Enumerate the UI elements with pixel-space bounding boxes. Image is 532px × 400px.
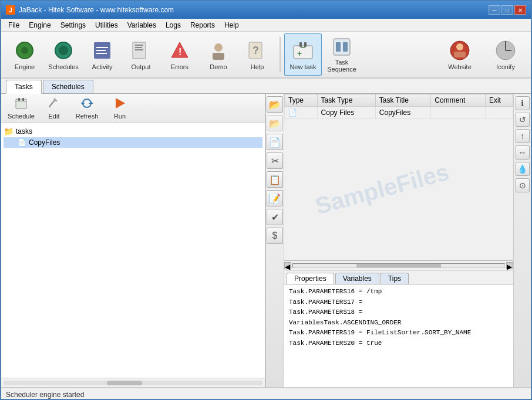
toolbar-btn-tasksequence[interactable]: Task Sequence (323, 33, 361, 76)
refresh-sub-icon (80, 97, 93, 112)
minimize-button[interactable]: ─ (489, 5, 500, 15)
props-line: Task.PARAMETERS19 = FileListSorter.SORT_… (289, 328, 509, 338)
horizontal-arrow-icon[interactable]: ↔ (516, 145, 530, 160)
check-icon[interactable]: ✔ (267, 209, 283, 225)
svg-line-38 (49, 107, 51, 109)
scroll-left-btn[interactable]: ◀ (284, 262, 291, 269)
sub-btn-edit[interactable]: Edit (39, 96, 69, 121)
tree-child-copyfiles[interactable]: 📄 CopyFiles (4, 137, 262, 148)
menu-item-reports[interactable]: Reports (186, 20, 220, 30)
props-tab-properties[interactable]: Properties (287, 273, 334, 284)
new-folder-icon[interactable]: 📂 (267, 115, 283, 131)
svg-rect-33 (18, 98, 20, 101)
help-label: Help (251, 63, 264, 70)
tasksequence-icon (330, 36, 353, 57)
drop-icon[interactable]: 💧 (516, 162, 530, 176)
toolbar-btn-newtask[interactable]: +New task (284, 33, 322, 76)
dollar-icon[interactable]: $ (267, 228, 283, 244)
svg-rect-9 (135, 45, 143, 46)
paste-icon[interactable]: 📋 (267, 171, 283, 188)
props-line: VariablesTask.ASCENDING_ORDER (289, 318, 509, 328)
task-table-area[interactable]: TypeTask TypeTask TitleCommentExit 📄Copy… (284, 94, 513, 260)
schedules-label: Schedules (48, 63, 78, 70)
edit-sub-icon (48, 97, 60, 112)
toolbar-btn-website[interactable]: Website (439, 33, 480, 76)
props-tab-variables[interactable]: Variables (335, 273, 379, 284)
scroll-track (292, 263, 505, 268)
sub-btn-schedule[interactable]: Schedule (6, 96, 36, 121)
toolbar-btn-engine[interactable]: Engine (6, 33, 43, 76)
table-row[interactable]: 📄Copy FilesCopyFiles (285, 107, 513, 119)
toolbar-btn-schedules[interactable]: Schedules (45, 33, 82, 76)
maximize-button[interactable]: □ (501, 5, 513, 15)
svg-marker-41 (116, 98, 125, 109)
run-sub-icon (113, 97, 126, 112)
toolbar-btn-activity[interactable]: Activity (83, 33, 121, 76)
errors-icon: ! (168, 39, 191, 62)
scrollbar-thumb (107, 381, 142, 385)
schedule-sub-label: Schedule (8, 113, 35, 120)
demo-label: Demo (210, 63, 227, 70)
menu-item-logs[interactable]: Logs (161, 20, 186, 30)
scroll-right-btn[interactable]: ▶ (506, 262, 513, 269)
status-bar: Scheduler engine started (1, 387, 531, 400)
tabs-bar: TasksSchedules (1, 79, 531, 94)
menu-item-variables[interactable]: Variables (123, 20, 161, 30)
toolbar-btn-errors[interactable]: !Errors (161, 33, 198, 76)
svg-line-37 (49, 100, 55, 107)
svg-text:+: + (297, 49, 302, 58)
tab-tasks[interactable]: Tasks (6, 80, 42, 94)
close-button[interactable]: ✕ (514, 5, 526, 15)
cut-icon[interactable]: ✂ (267, 152, 283, 169)
cell-type: 📄 (285, 107, 318, 119)
copy-icon[interactable]: 📄 (267, 134, 283, 150)
folder-icon: 📁 (4, 127, 14, 136)
props-tab-tips[interactable]: Tips (381, 273, 409, 284)
engine-label: Engine (15, 63, 35, 70)
up-arrow-icon[interactable]: ↑ (516, 129, 530, 143)
target-icon[interactable]: ⊙ (516, 178, 530, 192)
svg-rect-5 (96, 47, 108, 48)
refresh-sub-label: Refresh (76, 113, 99, 120)
activity-label: Activity (92, 63, 113, 70)
menu-item-file[interactable]: File (4, 20, 24, 30)
tree-root[interactable]: 📁 tasks (4, 126, 262, 137)
tree-view[interactable]: 📁 tasks 📄 CopyFiles (1, 123, 265, 378)
props-tabs: PropertiesVariablesTips (284, 270, 513, 284)
tree-child-label: CopyFiles (29, 138, 60, 147)
col-task-title: Task Title (375, 94, 431, 107)
sub-btn-refresh[interactable]: Refresh (72, 96, 102, 121)
table-scrollbar-h[interactable]: ◀ ▶ (284, 260, 513, 270)
info-icon[interactable]: ℹ (516, 96, 530, 110)
refresh-rs-icon[interactable]: ↺ (516, 113, 530, 127)
watermark-text: SampleFiles (312, 159, 452, 220)
middle-toolbar: 📂📂📄✂📋📝✔$ (265, 94, 284, 387)
window-title: JaBack - Hitek Software - www.hiteksoftw… (19, 6, 174, 14)
tab-schedules[interactable]: Schedules (43, 80, 93, 93)
col-type: Type (285, 94, 318, 107)
right-panel-inner: TypeTask TypeTask TitleCommentExit 📄Copy… (284, 94, 531, 387)
toolbar-btn-output[interactable]: Output (122, 33, 160, 76)
task-icon: 📄 (18, 138, 26, 147)
svg-rect-6 (96, 50, 106, 51)
website-icon (448, 39, 472, 62)
toolbar-btn-iconify[interactable]: Iconify (485, 33, 526, 76)
toolbar-btn-help[interactable]: ?Help (238, 33, 276, 76)
menu-item-utilities[interactable]: Utilities (90, 20, 123, 30)
sub-btn-run[interactable]: Run (105, 96, 135, 121)
menu-item-settings[interactable]: Settings (56, 20, 90, 30)
svg-point-3 (59, 46, 68, 55)
menu-item-engine[interactable]: Engine (24, 20, 55, 30)
menu-bar: FileEngineSettingsUtilitiesVariablesLogs… (1, 19, 531, 32)
app-icon: J (6, 5, 15, 15)
svg-marker-40 (80, 103, 85, 105)
left-scrollbar-h[interactable] (1, 378, 265, 387)
toolbar-btn-demo[interactable]: Demo (200, 33, 237, 76)
menu-item-help[interactable]: Help (220, 20, 244, 30)
edit-mid-icon[interactable]: 📝 (267, 190, 283, 206)
svg-rect-20 (299, 42, 302, 47)
task-table: TypeTask TypeTask TitleCommentExit 📄Copy… (284, 94, 513, 119)
activity-icon (90, 39, 114, 62)
cell-comment (431, 107, 486, 119)
open-folder-icon[interactable]: 📂 (267, 96, 283, 113)
